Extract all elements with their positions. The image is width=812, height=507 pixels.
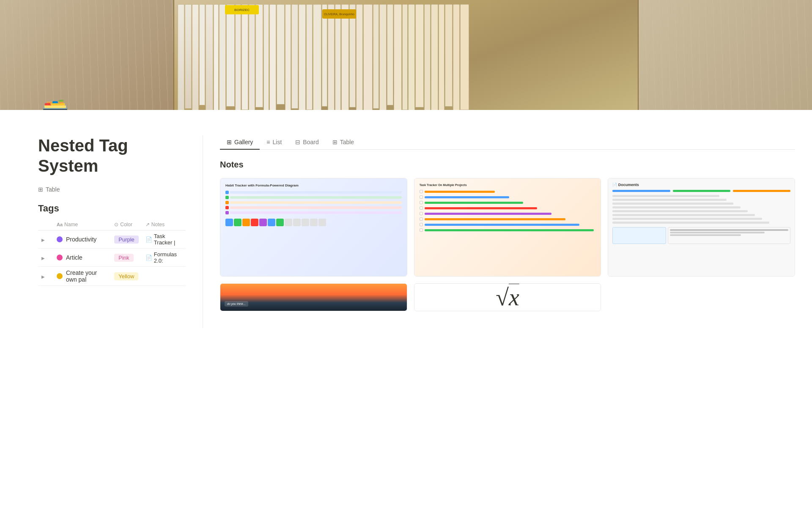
- page-title: Nested Tag System: [38, 135, 186, 176]
- card-content: 📄 Task Tracker On Multiple Projects | No…: [414, 276, 601, 277]
- tag-name: Create your own pal: [66, 269, 107, 283]
- tags-section-title: Tags: [38, 203, 186, 214]
- table-icon: ⊞: [332, 139, 337, 145]
- card-thumbnail: √x: [414, 284, 601, 311]
- tags-table: Aa Name ⊙ Color ↗ Notes: [38, 219, 186, 286]
- gallery-card[interactable]: Habit Tracker with Formula-Powered Diagr…: [220, 178, 407, 277]
- color-column-icon: ⊙: [114, 222, 118, 227]
- tab-gallery[interactable]: ⊞ Gallery: [220, 135, 260, 150]
- doc-icon: 📄: [145, 255, 152, 261]
- gallery-card[interactable]: √x: [414, 283, 601, 311]
- list-icon: ≡: [266, 139, 270, 145]
- card-thumbnail: Habit Tracker with Formula-Powered Diagr…: [220, 178, 407, 276]
- tag-dot: [57, 273, 63, 279]
- row-expand-button[interactable]: ▶: [41, 238, 45, 242]
- name-column-icon: Aa: [57, 222, 63, 227]
- card-thumbnail: Task Tracker On Multiple Projects: [414, 178, 601, 276]
- color-badge: Pink: [114, 254, 133, 262]
- row-expand-button[interactable]: ▶: [41, 256, 45, 260]
- gallery-grid: Habit Tracker with Formula-Powered Diagr…: [220, 178, 795, 311]
- tag-dot: [57, 236, 63, 242]
- hero-banner: BORIZEC OLIVEIRA, Brunquinho: [0, 0, 812, 110]
- tab-board[interactable]: ⊟ Board: [288, 135, 325, 150]
- color-column-label: Color: [120, 222, 132, 227]
- card-content: 📄 Habit Tracker with Formula-Powered Dia…: [220, 276, 407, 277]
- table-grid-icon: ⊞: [38, 186, 43, 193]
- tag-name: Productivity: [66, 236, 96, 243]
- table-link[interactable]: ⊞ Table: [38, 186, 186, 193]
- color-badge: Purple: [114, 236, 139, 244]
- name-column-label: Name: [64, 222, 78, 227]
- notes-cell: 📄 Task Tracker |: [145, 233, 182, 246]
- gallery-section-title: Notes: [220, 160, 795, 170]
- gallery-card[interactable]: 📄 Documents 📄: [608, 178, 795, 277]
- gallery-card[interactable]: Task Tracker On Multiple Projects: [414, 178, 601, 277]
- page-icon: 🗃️: [38, 93, 72, 110]
- gallery-icon: ⊞: [227, 139, 232, 145]
- doc-icon: 📄: [145, 236, 152, 243]
- notes-column-icon: ↗: [145, 222, 150, 227]
- card-content: 📄 Formulas 2.0: How to use Notion's new …: [608, 276, 795, 277]
- gallery-card[interactable]: do you think...: [220, 283, 407, 311]
- card-thumbnail: do you think...: [220, 284, 407, 311]
- view-tabs: ⊞ Gallery ≡ List ⊟ Board ⊞ Table: [220, 135, 795, 150]
- tab-table[interactable]: ⊞ Table: [326, 135, 361, 150]
- board-icon: ⊟: [295, 139, 300, 145]
- color-badge: Yellow: [114, 272, 138, 280]
- table-row: ▶ Article Pink 📄 Formulas 2.0:: [38, 249, 186, 267]
- notes-column-label: Notes: [151, 222, 165, 227]
- tag-dot: [57, 255, 63, 260]
- table-row: ▶ Productivity Purple 📄 Task Tracker |: [38, 230, 186, 249]
- tab-list[interactable]: ≡ List: [260, 135, 288, 150]
- card-thumbnail: 📄 Documents: [608, 178, 795, 276]
- notes-cell: 📄 Formulas 2.0:: [145, 251, 182, 264]
- row-expand-button[interactable]: ▶: [41, 274, 45, 279]
- table-row: ▶ Create your own pal Yellow: [38, 267, 186, 286]
- tag-name: Article: [66, 254, 82, 261]
